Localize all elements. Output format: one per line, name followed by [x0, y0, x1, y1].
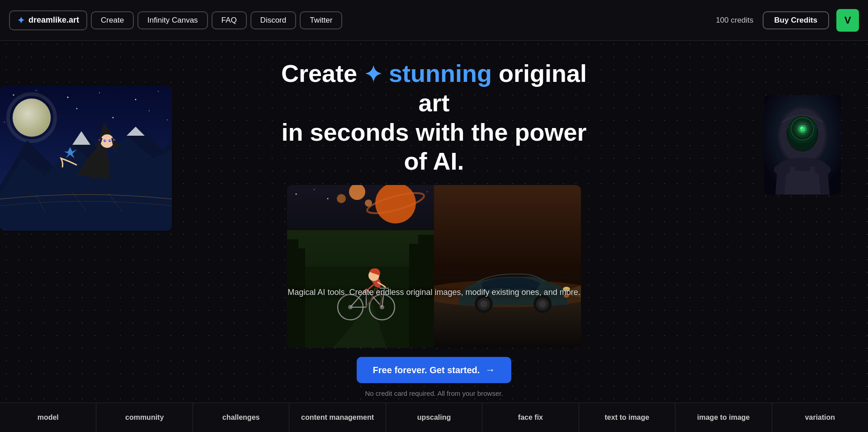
title-stunning: stunning	[382, 60, 492, 87]
svg-point-75	[337, 194, 346, 203]
svg-point-51	[539, 300, 546, 308]
svg-point-25	[105, 140, 106, 141]
svg-point-48	[480, 300, 487, 308]
credits-display: 100 credits	[716, 16, 753, 25]
navbar: ✦ dreamlike.art Create Infinity Canvas F…	[0, 0, 868, 41]
svg-point-42	[815, 164, 831, 175]
svg-point-10	[4, 122, 5, 123]
svg-point-3	[67, 97, 69, 98]
svg-point-2	[36, 90, 37, 91]
svg-point-77	[296, 194, 297, 195]
svg-point-78	[314, 189, 315, 190]
svg-point-6	[158, 91, 159, 92]
hero-section: Create ✦ stunning original art in second…	[0, 41, 868, 415]
svg-rect-40	[795, 162, 810, 171]
tab-face-fix[interactable]: face fix	[482, 403, 579, 432]
logo-button[interactable]: ✦ dreamlike.art	[9, 10, 87, 30]
title-line2: in seconds with the power of AI.	[281, 119, 586, 175]
tab-variation[interactable]: variation	[772, 403, 868, 432]
svg-point-12	[167, 119, 168, 120]
tab-upscaling[interactable]: upscaling	[386, 403, 482, 432]
nav-infinity-canvas-button[interactable]: Infinity Canvas	[137, 11, 208, 29]
hero-right-image	[764, 95, 841, 195]
logo-label: dreamlike.art	[28, 15, 79, 25]
hero-title: Create ✦ stunning original art in second…	[276, 59, 592, 176]
nav-create-button[interactable]: Create	[91, 11, 134, 29]
bottom-tabs: model community challenges content manag…	[0, 403, 868, 432]
cta-arrow-icon: →	[485, 364, 495, 376]
hero-center: Create ✦ stunning original art in second…	[276, 59, 592, 397]
buy-credits-button[interactable]: Buy Credits	[763, 11, 829, 29]
tab-content-management[interactable]: content management	[289, 403, 386, 432]
cta-label: Free forever. Get started.	[373, 365, 480, 375]
svg-point-9	[149, 110, 150, 111]
tab-community[interactable]: community	[96, 403, 193, 432]
nav-twitter-button[interactable]: Twitter	[300, 11, 342, 29]
svg-point-37	[801, 127, 802, 129]
hero-note: No credit card required. All from your b…	[276, 389, 592, 397]
tab-image-to-image[interactable]: image to image	[675, 403, 772, 432]
svg-point-80	[427, 191, 428, 192]
tab-challenges[interactable]: challenges	[193, 403, 289, 432]
tab-text-to-image[interactable]: text to image	[579, 403, 675, 432]
svg-point-36	[800, 126, 805, 132]
svg-point-5	[135, 99, 137, 100]
cta-button[interactable]: Free forever. Get started. →	[357, 357, 512, 383]
svg-point-11	[113, 117, 114, 119]
title-diamond-icon: ✦	[364, 62, 382, 88]
svg-point-26	[110, 140, 111, 141]
hero-center-card: Magical AI tools. Create endless origina…	[287, 185, 581, 348]
svg-point-22	[100, 134, 114, 148]
svg-point-79	[327, 198, 329, 199]
svg-point-1	[13, 95, 14, 96]
svg-point-41	[774, 164, 790, 175]
svg-point-76	[365, 199, 372, 207]
nav-discord-button[interactable]: Discord	[250, 11, 297, 29]
tab-model[interactable]: model	[0, 403, 96, 432]
svg-point-8	[76, 108, 78, 109]
nav-faq-button[interactable]: FAQ	[212, 11, 247, 29]
logo-diamond-icon: ✦	[17, 15, 25, 26]
hero-left-image	[0, 86, 172, 231]
user-avatar[interactable]: V	[836, 9, 859, 32]
title-create: Create	[281, 60, 364, 87]
svg-point-4	[99, 92, 100, 93]
hero-subtitle-line1: Magical AI tools. Create endless origina…	[288, 286, 580, 299]
